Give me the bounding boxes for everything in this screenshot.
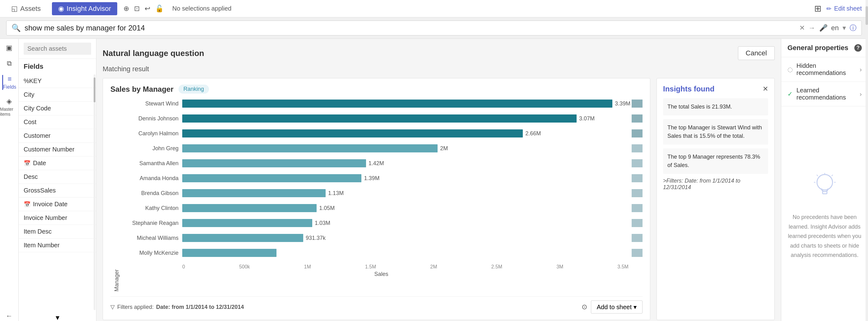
field-label-itemdesc: Item Desc xyxy=(24,228,52,235)
calendar-icon-2: 📅 xyxy=(24,201,30,208)
chart-footer: ▽ Filters applied: Date: from 1/1/2014 t… xyxy=(111,296,643,314)
bar-row-kathyclinton: Kathy Clinton 1.05M xyxy=(120,203,643,213)
chart-insights-split: Sales by Manager Ranking Manager Stewart… xyxy=(103,78,775,320)
insights-header: Insights found ✕ xyxy=(663,85,768,93)
mini-bar-kathyclinton xyxy=(632,204,643,212)
search-input[interactable] xyxy=(25,24,796,32)
field-item-grosssales[interactable]: GrossSales xyxy=(19,184,96,197)
chart-title: Sales by Manager xyxy=(111,85,174,94)
collapse-button[interactable]: ← xyxy=(6,312,13,321)
field-item-itemnumber[interactable]: Item Number xyxy=(19,238,96,252)
searchbar-wrap: 🔍 ✕ → 🎤 en ▾ ⓘ xyxy=(0,18,868,39)
bars-area: Stewart Wind 3.39M Dennis Johnson xyxy=(120,99,643,291)
help-icon[interactable]: ? xyxy=(854,44,862,52)
field-label-city: City xyxy=(24,91,34,98)
assets-tab[interactable]: ◱ Assets xyxy=(6,5,46,13)
field-item-itemdesc[interactable]: Item Desc xyxy=(19,225,96,238)
chevron-right-icon-hidden: › xyxy=(860,66,862,73)
field-item-city[interactable]: City xyxy=(19,88,96,102)
topbar-right: ⊞ ✏ Edit sheet xyxy=(814,3,862,14)
bar-value-stewartwind: 3.39M xyxy=(615,100,630,107)
x-tick-500k: 500k xyxy=(239,264,250,270)
bar-label-brendagibson: Brenda Gibson xyxy=(120,190,182,197)
collapse-icon: ← xyxy=(6,312,13,320)
field-item-customer[interactable]: Customer xyxy=(19,129,96,143)
bar-value-michealwilliams: 931.37k xyxy=(306,235,326,242)
chevron-down-icon[interactable]: ▾ xyxy=(842,24,846,32)
mini-bar-johngreg xyxy=(632,144,643,152)
bookmark-icon[interactable]: ⊙ xyxy=(582,303,587,311)
dropdown-arrow-icon: ▾ xyxy=(633,303,637,311)
mini-bar-samanthaallen xyxy=(632,159,643,167)
calendar-icon: 📅 xyxy=(24,160,30,167)
info-icon[interactable]: ⓘ xyxy=(850,23,857,33)
grid-icon[interactable]: ⊞ xyxy=(814,3,822,14)
fields-scroll-down[interactable]: ▾ xyxy=(19,310,96,321)
cancel-button[interactable]: Cancel xyxy=(738,46,775,60)
pencil-icon: ✏ xyxy=(826,5,832,12)
hidden-recommendations-item[interactable]: ◌ Hidden recommendations › xyxy=(781,57,868,82)
bar-value-brendagibson: 1.13M xyxy=(328,190,344,197)
fields-tab-label: Fields xyxy=(3,84,17,90)
arrow-icon[interactable]: → xyxy=(809,24,815,32)
field-label-customernumber: Customer Number xyxy=(24,146,74,153)
lang-select[interactable]: en xyxy=(831,24,839,32)
field-label-key: %KEY xyxy=(24,77,42,85)
bar-row-amandahonda: Amanda Honda 1.39M xyxy=(120,173,643,183)
select-icon[interactable]: ⊡ xyxy=(134,5,140,13)
svg-line-7 xyxy=(817,175,818,176)
field-item-date[interactable]: 📅 Date xyxy=(19,156,96,170)
bar-row-stephaniereagan: Stephanie Reagan 1.03M xyxy=(120,218,643,228)
insight-advisor-tab[interactable]: ◉ Insight Advisor xyxy=(52,2,117,15)
nlq-header: Natural language question Cancel xyxy=(103,46,775,60)
filter-icon: ▽ xyxy=(111,303,115,311)
undo-icon[interactable]: ↩ xyxy=(145,5,150,13)
field-item-citycode[interactable]: City Code xyxy=(19,102,96,116)
bar-label-michealwilliams: Micheal Williams xyxy=(120,235,182,242)
searchbar-actions: ✕ → 🎤 en ▾ ⓘ xyxy=(799,23,857,33)
sidebar-item-split[interactable]: ⧉ xyxy=(7,59,12,67)
insight-icon: ◉ xyxy=(58,5,64,13)
bar-kathyclinton xyxy=(182,204,317,212)
selections-label: No selections applied xyxy=(172,5,231,12)
field-item-desc[interactable]: Desc xyxy=(19,170,96,184)
clear-icon[interactable]: ✕ xyxy=(799,24,805,32)
mini-bar-brendagibson xyxy=(632,189,643,197)
field-item-invoicedate[interactable]: 📅 Invoice Date xyxy=(19,197,96,211)
insight-text-2: The top Manager is Stewart Wind with Sal… xyxy=(668,124,762,139)
learned-rec-left: ✓ Learned recommendations xyxy=(787,87,860,101)
x-tick-25m: 2.5M xyxy=(491,264,503,270)
panel-icon: ▣ xyxy=(6,44,12,52)
right-panel-scrollbar[interactable] xyxy=(866,0,868,321)
bar-mollymckenzie xyxy=(182,249,277,257)
fields-search-input[interactable] xyxy=(24,43,91,55)
assets-label: Assets xyxy=(20,5,41,13)
field-item-invoicenumber[interactable]: Invoice Number xyxy=(19,211,96,225)
fields-scrollbar[interactable] xyxy=(94,74,95,310)
bar-row-brendagibson: Brenda Gibson 1.13M xyxy=(120,188,643,198)
field-item-cost[interactable]: Cost xyxy=(19,116,96,129)
bar-label-amandahonda: Amanda Honda xyxy=(120,175,182,182)
field-item-key[interactable]: %KEY xyxy=(19,74,96,88)
insights-close-button[interactable]: ✕ xyxy=(763,85,768,93)
y-axis-label: Manager xyxy=(111,99,120,291)
field-label-date: Date xyxy=(33,160,46,167)
sidebar-item-panels[interactable]: ▣ xyxy=(6,44,12,52)
mini-bar-amandahonda xyxy=(632,174,643,182)
bar-value-kathyclinton: 1.05M xyxy=(319,205,335,212)
field-item-customernumber[interactable]: Customer Number xyxy=(19,143,96,156)
ranking-badge: Ranking xyxy=(179,85,209,94)
bar-row-dennisjohnson: Dennis Johnson 3.07M xyxy=(120,114,643,124)
add-to-sheet-button[interactable]: Add to sheet ▾ xyxy=(591,300,643,314)
sidebar-item-master[interactable]: ◈ Master items xyxy=(0,97,18,117)
filter-label: Filters applied: xyxy=(117,304,154,311)
zoom-icon[interactable]: ⊕ xyxy=(123,5,129,13)
bar-value-carolynhalmon: 2.66M xyxy=(525,130,541,137)
mic-icon[interactable]: 🎤 xyxy=(819,24,828,32)
mini-bar-stewartwind xyxy=(632,100,643,108)
edit-sheet-button[interactable]: ✏ Edit sheet xyxy=(826,5,862,12)
learned-recommendations-item[interactable]: ✓ Learned recommendations › xyxy=(781,82,868,106)
lock-icon[interactable]: 🔓 xyxy=(155,5,163,13)
sidebar-item-fields[interactable]: ≡ Fields xyxy=(2,75,17,90)
insight-text-3: The top 9 Manager represents 78.3% of Sa… xyxy=(668,154,760,168)
